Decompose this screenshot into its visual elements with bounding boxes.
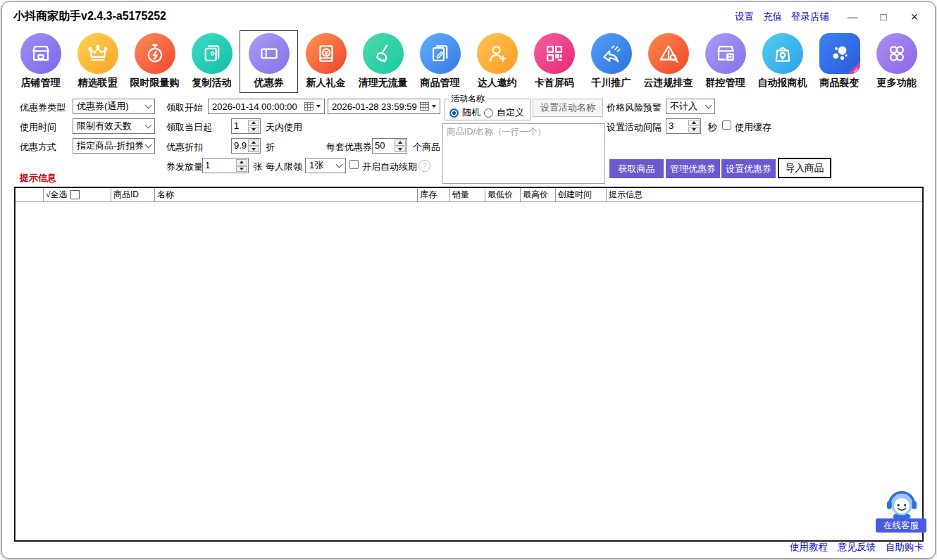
column-header-label: 销量 <box>452 189 469 201</box>
discount-mode-select[interactable]: 指定商品-折扣券 <box>73 138 155 154</box>
interval-suffix: 秒 <box>708 121 717 134</box>
toolbar-item-label: 云违规排查 <box>644 77 693 89</box>
stepper-down-icon[interactable] <box>248 147 259 153</box>
chevron-down-icon <box>145 122 152 129</box>
toolbar-item-coupon[interactable]: 优惠券 <box>240 31 297 92</box>
manage-coupons-button[interactable]: 管理优惠券 <box>666 159 720 178</box>
activity-name-group: 活动名称 随机 自定义 <box>445 93 530 120</box>
per-set-label: 每套优惠券 <box>326 141 372 154</box>
stepper-up-icon[interactable] <box>395 139 406 146</box>
timer-icon <box>135 33 175 74</box>
use-cache-label: 使用缓存 <box>735 121 771 134</box>
stepper-down-icon[interactable] <box>236 166 247 173</box>
coupon-type-select[interactable]: 优惠券(通用) <box>73 99 155 114</box>
claim-start-value: 2026-01-14 00:00:00 <box>212 101 297 112</box>
stepper-up-icon[interactable] <box>688 120 700 126</box>
toolbar-item-qr-screen-code[interactable]: 卡首屏码 <box>526 31 583 92</box>
toolbar-item-product-fission[interactable]: AD商品裂变 <box>811 31 868 92</box>
toolbar-item-copy-activity[interactable]: 复制活动 <box>183 31 240 92</box>
toolbar-item-clean-no-traffic[interactable]: 清理无流量 <box>354 31 411 92</box>
titlebar-link-recharge[interactable]: 充值 <box>763 11 782 23</box>
toolbar-item-newbie-gift[interactable]: 新人礼金 <box>297 31 354 92</box>
chevron-down-icon <box>705 102 712 109</box>
toolbar-item-label: 商品裂变 <box>820 77 860 89</box>
toolbar-item-label: 优惠券 <box>254 77 284 89</box>
issue-value: 1 <box>203 158 235 173</box>
claim-day-suffix: 天内使用 <box>266 121 302 134</box>
footer-links: 使用教程意见反馈自助购卡 <box>790 541 924 554</box>
promote-icon <box>591 33 632 74</box>
doc-edit-icon <box>420 33 461 74</box>
calendar-icon <box>420 102 429 111</box>
price-risk-select[interactable]: 不计入 <box>666 99 715 114</box>
toolbar-item-product-manage[interactable]: 商品管理 <box>411 31 468 92</box>
setup-coupons-button[interactable]: 设置优惠券 <box>721 159 776 178</box>
claim-end-datepicker[interactable]: 2026-01-28 23:59:59 <box>328 99 440 114</box>
help-icon[interactable]: ? <box>418 160 430 172</box>
price-risk-label: 价格风险预警 <box>607 101 662 114</box>
clover-icon <box>876 33 917 74</box>
copy-icon <box>192 33 232 74</box>
fetch-products-button[interactable]: 获取商品 <box>609 159 664 178</box>
auto-renew-checkbox[interactable] <box>349 160 359 169</box>
toolbar-item-label: 清理无流量 <box>359 77 408 89</box>
set-activity-name-button[interactable]: 设置活动名称 <box>533 99 603 117</box>
claim-day-stepper[interactable]: 1 <box>231 118 261 134</box>
interval-stepper[interactable]: 3 <box>666 118 701 134</box>
toolbar: 店铺管理精选联盟限时限量购复制活动优惠券新人礼金清理无流量商品管理达人邀约卡首屏… <box>12 31 925 92</box>
discount-value: 9.9 <box>232 139 247 153</box>
select-all-checkbox[interactable] <box>70 190 80 199</box>
issue-stepper[interactable]: 1 <box>202 158 249 173</box>
limit-select[interactable]: 1张 <box>305 158 346 173</box>
warning-search-icon <box>648 33 689 74</box>
claim-start-datepicker[interactable]: 2026-01-14 00:00:00 <box>208 99 325 114</box>
chevron-down-icon <box>336 161 343 168</box>
toolbar-item-group-control[interactable]: 群控管理 <box>697 31 754 92</box>
stepper-up-icon[interactable] <box>236 159 247 166</box>
discount-stepper[interactable]: 9.9 <box>231 138 261 154</box>
online-service-button[interactable]: 在线客服 <box>876 518 926 533</box>
column-header-label: 名称 <box>157 189 174 201</box>
footer-link-tutorial[interactable]: 使用教程 <box>790 541 828 554</box>
titlebar-link-settings[interactable]: 设置 <box>735 11 754 23</box>
column-header-select-all: √全选 <box>44 188 111 201</box>
import-products-button[interactable]: 导入商品 <box>778 158 831 178</box>
toolbar-item-label: 店铺管理 <box>21 77 61 89</box>
use-time-select[interactable]: 限制有效天数 <box>73 118 155 134</box>
column-header-label: 商品ID <box>113 189 139 201</box>
close-button[interactable]: × <box>907 11 922 23</box>
toolbar-item-flash-sale[interactable]: 限时限量购 <box>126 31 183 92</box>
toolbar-item-violation-check[interactable]: 云违规排查 <box>640 31 697 92</box>
footer-link-feedback[interactable]: 意见反馈 <box>838 541 876 554</box>
product-id-textarea[interactable] <box>442 123 605 184</box>
minimize-button[interactable]: — <box>845 11 860 23</box>
use-cache-checkbox[interactable] <box>722 120 731 130</box>
per-set-stepper[interactable]: 50 <box>372 138 407 154</box>
maximize-button[interactable]: □ <box>876 11 891 23</box>
radio-custom[interactable] <box>484 108 493 118</box>
titlebar-link-login-shop[interactable]: 登录店铺 <box>791 11 829 23</box>
toolbar-item-more-features[interactable]: 更多功能 <box>868 31 925 92</box>
column-header-stock: 库存 <box>418 188 450 201</box>
activity-name-group-label: 活动名称 <box>449 93 486 105</box>
toolbar-item-label: 自动报商机 <box>758 77 807 89</box>
stepper-down-icon[interactable] <box>248 127 259 133</box>
toolbar-item-label: 卡首屏码 <box>535 77 574 89</box>
stepper-up-icon[interactable] <box>248 139 259 146</box>
toolbar-item-featured-union[interactable]: 精选联盟 <box>69 31 126 92</box>
toolbar-item-talent-invite[interactable]: 达人邀约 <box>468 31 526 92</box>
stepper-down-icon[interactable] <box>688 127 700 133</box>
radio-random[interactable] <box>449 108 459 118</box>
toolbar-item-qianchuan-promo[interactable]: 千川推广 <box>583 31 640 92</box>
radio-custom-label: 自定义 <box>497 106 524 119</box>
toolbar-item-shop-manage[interactable]: 店铺管理 <box>12 31 69 92</box>
coupon-type-value: 优惠券(通用) <box>77 100 129 113</box>
bubbles-icon: AD <box>819 33 860 74</box>
column-header-product-name: 名称 <box>155 188 418 201</box>
column-header-min-price: 最低价 <box>485 188 521 201</box>
stepper-up-icon[interactable] <box>248 120 259 126</box>
footer-link-self-purchase[interactable]: 自助购卡 <box>886 541 924 554</box>
chevron-down-icon <box>145 102 152 109</box>
toolbar-item-auto-report[interactable]: 自动报商机 <box>754 31 811 92</box>
stepper-down-icon[interactable] <box>395 147 406 153</box>
